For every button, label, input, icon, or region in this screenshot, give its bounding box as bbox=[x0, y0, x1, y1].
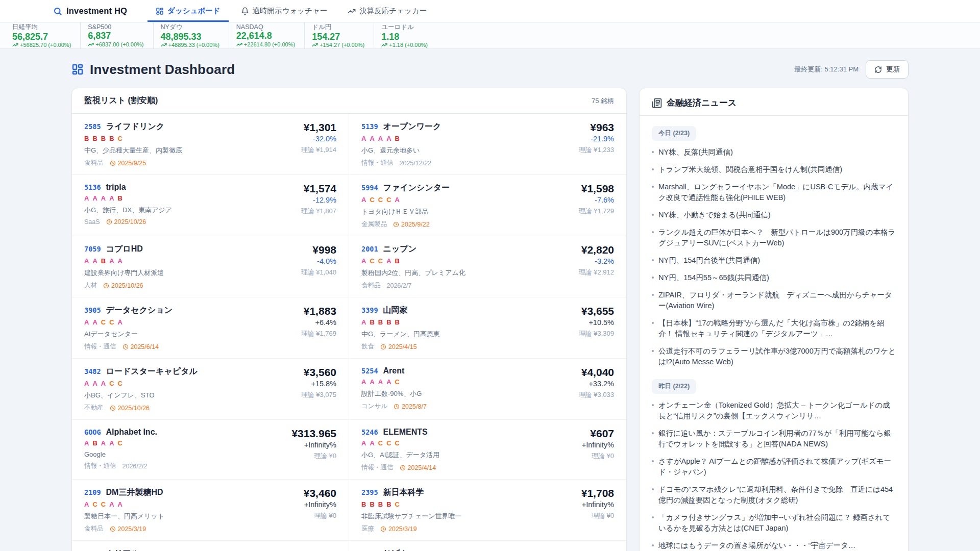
stock-info: 5246ELEMENTSAACCC小G、AI認証、データ活用情報・通信2025/… bbox=[361, 428, 439, 472]
news-item[interactable]: NY円、154円55～65銭(共同通信) bbox=[652, 272, 896, 283]
top-nav: Investment HQ ダッシュボード適時開示ウォッチャー決算反応チェッカー bbox=[0, 0, 980, 22]
stock-date-text: 2026/2/2 bbox=[122, 463, 148, 470]
stock-date: 2026/2/2 bbox=[122, 463, 148, 470]
news-item[interactable]: Marshall、ロングセラーイヤホン「Mode」にUSB-Cモデル。内蔵マイク… bbox=[652, 182, 896, 203]
stock-description: 小BG、インフレ、STO bbox=[84, 391, 198, 400]
ticker-item[interactable]: ユーロドル1.18+1.18 (+0.00%) bbox=[374, 22, 437, 49]
news-item[interactable]: 地球にはもうデータの置き場所がない・・・“宇宙データ… bbox=[652, 540, 896, 551]
news-item[interactable]: ZIPAIR、フロリダ・オーランド就航 ディズニーへ成田からチャーター(Avia… bbox=[652, 290, 896, 311]
ticker-change: +22614.80 (+0.00%) bbox=[236, 41, 295, 47]
news-item[interactable]: 【日本株】“17の戦略分野”から選んだ「大化け高市株」の2銘柄を紹介！ 情報セキ… bbox=[652, 318, 896, 339]
brand[interactable]: Investment HQ bbox=[53, 0, 127, 22]
refresh-icon bbox=[874, 66, 882, 73]
ticker-item[interactable]: NYダウ48,895.33+48895.33 (+0.00%) bbox=[153, 22, 229, 49]
ticker-value: 48,895.33 bbox=[161, 32, 219, 42]
bullet-dot-icon bbox=[652, 350, 654, 352]
ticker-item[interactable]: NASDAQ22,614.8+22614.80 (+0.00%) bbox=[229, 22, 304, 48]
ticker-item[interactable]: ドル円154.27+154.27 (+0.00%) bbox=[304, 22, 374, 49]
stock-entry[interactable]: 2109DM三井製糖HDACCAA製糖日本一、円高メリット食料品2025/3/1… bbox=[72, 480, 349, 541]
stock-description: 製糖日本一、円高メリット bbox=[84, 512, 164, 521]
stock-entry[interactable]: 2395新日本科学BBBBC非臨床試験サプチェーン世界唯一医療2025/3/19… bbox=[349, 480, 626, 541]
nav-tabs: ダッシュボード適時開示ウォッチャー決算反応チェッカー bbox=[148, 0, 435, 22]
stock-values: ¥998-4.0%理論 ¥1,040 bbox=[301, 244, 336, 290]
stock-meta: 情報・通信2025/4/14 bbox=[361, 463, 439, 472]
grade-letter: A bbox=[92, 257, 97, 265]
stock-entry[interactable]: 2585ライフドリンクBBBBC中G、少品種大量生産、内製徹底食料品2025/9… bbox=[72, 114, 349, 175]
news-item[interactable]: さすがApple？ AIブームとの距離感が評価されて株価アップ(ギズモード・ジャ… bbox=[652, 456, 896, 478]
news-item[interactable]: オンチェーン金（Tokenized Gold）急拡大 – トークン化ゴールドの成… bbox=[652, 400, 896, 421]
refresh-button[interactable]: 更新 bbox=[866, 60, 909, 79]
news-item[interactable]: NY株、反落(共同通信) bbox=[652, 147, 896, 158]
grade-letter: A bbox=[84, 194, 89, 202]
stock-entry[interactable]: 3905データセクションAACCAAIデータセンター情報・通信2025/6/14… bbox=[72, 297, 349, 359]
stock-title-row: GOOGAlphabet Inc. bbox=[84, 428, 157, 437]
stock-entry[interactable]: 5246ELEMENTSAACCC小G、AI認証、データ活用情報・通信2025/… bbox=[349, 420, 626, 480]
ticker-change: +48895.33 (+0.00%) bbox=[161, 42, 219, 48]
stock-theory-price: 理論 ¥3,309 bbox=[579, 329, 614, 338]
news-card: 金融経済ニュース 今日 (2/23)NY株、反落(共同通信)トランプ米大統領、関… bbox=[639, 88, 909, 551]
nav-tab-ダッシュボード[interactable]: ダッシュボード bbox=[148, 0, 229, 22]
stock-info: 5139オープンワークAAAAB小G、還元余地多い情報・通信2025/12/22 bbox=[361, 121, 441, 167]
stock-code: GOOG bbox=[84, 428, 101, 436]
stock-price: ¥3,560 bbox=[301, 366, 336, 378]
stock-date-text: 2025/8/7 bbox=[402, 403, 427, 410]
newspaper-icon bbox=[652, 98, 662, 108]
stock-theory-price: 理論 ¥1,914 bbox=[301, 145, 336, 155]
stock-entry[interactable]: 5136triplaAAAAB小G、旅行、DX、東南アジアSaaS2025/10… bbox=[72, 175, 349, 236]
grade-letter: A bbox=[84, 439, 89, 447]
stock-price: ¥313.965 bbox=[291, 428, 336, 439]
grade-letter: C bbox=[370, 196, 374, 204]
stock-entry[interactable]: 2001ニップンACCAB製粉国内2位、円高、プレミアム化食料品2026/2/7… bbox=[349, 236, 626, 297]
stock-entry[interactable]: 5139オープンワークAAAAB小G、還元余地多い情報・通信2025/12/22… bbox=[349, 114, 626, 175]
bell-icon bbox=[241, 7, 249, 15]
stock-percent: +33.2% bbox=[579, 380, 614, 388]
stock-entry[interactable]: GOOGAlphabet Inc.ABAACGoogle情報・通信2026/2/… bbox=[72, 420, 349, 480]
ticker-item[interactable]: 日経平均56,825.7+56825.70 (+0.00%) bbox=[5, 22, 80, 49]
bullet-dot-icon bbox=[652, 544, 654, 546]
stock-entry[interactable]: 3482ロードスターキャピタルAAACC小BG、インフレ、STO不動産2025/… bbox=[72, 359, 349, 420]
news-item[interactable]: トランプ米大統領、関税合意相手国をけん制(共同通信) bbox=[652, 164, 896, 175]
grade-letter: A bbox=[386, 257, 391, 265]
stock-entry[interactable]: 5254ArentAAAAC設計工数-90%、小Gコンサル2025/8/7¥4,… bbox=[349, 359, 626, 420]
stock-theory-price: 理論 ¥0 bbox=[304, 511, 336, 520]
grade-letter: A bbox=[109, 439, 114, 447]
ticker-value: 154.27 bbox=[312, 32, 364, 42]
stock-sector: SaaS bbox=[84, 218, 100, 226]
grade-letter: C bbox=[395, 500, 400, 508]
grade-letter: A bbox=[109, 257, 114, 265]
stock-entry[interactable]: 3399山岡家ABBBB中G、ラーメン、円高恩恵飲食2025/4/15¥3,65… bbox=[349, 297, 626, 359]
stock-entry[interactable]: 3679じげんBBAAB¥427 bbox=[349, 541, 626, 551]
stock-date-text: 2025/12/22 bbox=[400, 160, 432, 167]
stock-info: 2001ニップンACCAB製粉国内2位、円高、プレミアム化食料品2026/2/7 bbox=[361, 244, 465, 290]
bullet-dot-icon bbox=[652, 404, 654, 406]
stock-date: 2025/6/14 bbox=[122, 343, 159, 350]
stock-percent: -4.0% bbox=[301, 257, 336, 265]
news-item[interactable]: NY円、154円台後半(共同通信) bbox=[652, 255, 896, 266]
grade-letter: A bbox=[84, 318, 89, 326]
news-item[interactable]: 銀行に追い風か：ステーブルコイン利用者の77％が「利用可能なら銀行でウォレットを… bbox=[652, 428, 896, 449]
stock-title-row: 5136tripla bbox=[84, 183, 172, 192]
grade-letter: A bbox=[361, 378, 366, 386]
stock-entry[interactable]: 2998クリアルAABBB¥761 bbox=[72, 541, 349, 551]
stock-grades: AAAAB bbox=[84, 194, 172, 202]
nav-tab-決算反応チェッカー[interactable]: 決算反応チェッカー bbox=[339, 0, 435, 22]
stock-values: ¥427 bbox=[590, 548, 614, 551]
stock-title-row: 5246ELEMENTS bbox=[361, 428, 439, 437]
nav-tab-適時開示ウォッチャー[interactable]: 適時開示ウォッチャー bbox=[233, 0, 336, 22]
watchlist-count: 75 銘柄 bbox=[592, 96, 614, 106]
news-item[interactable]: NY株、小動きで始まる(共同通信) bbox=[652, 210, 896, 220]
news-item[interactable]: ランクル超えの巨体が日本へ？ 新型パトロールは900万円級の本格ラグジュアリーS… bbox=[652, 227, 896, 248]
grade-letter: B bbox=[378, 318, 383, 326]
news-item[interactable]: 公道走行不可のラフェラーリ試作車が3億7000万円で高額落札のワケとは!?(Au… bbox=[652, 346, 896, 367]
ticker-item[interactable]: S&P5006,837+6837.00 (+0.00%) bbox=[80, 22, 153, 48]
stock-info: 2998クリアルAABBB bbox=[84, 548, 139, 551]
stock-values: ¥3,655+10.5%理論 ¥3,309 bbox=[579, 305, 614, 351]
stock-entry[interactable]: 7059コプロHDAABAA建設業界向け専門人材派遣人材2025/10/26¥9… bbox=[72, 236, 349, 297]
stock-grades: AACCC bbox=[361, 439, 439, 447]
news-item[interactable]: 「カメラ付きサングラス」が増加中--いずれ社会問題に？ 録画されているかを見破る… bbox=[652, 512, 896, 534]
stock-theory-price: 理論 ¥0 bbox=[291, 452, 336, 461]
news-item[interactable]: ドコモの“スマホ残クレ”に返却利用料、条件付きで免除 直近には454億円の減益要… bbox=[652, 484, 896, 506]
stock-date: 2025/12/22 bbox=[400, 160, 432, 167]
stock-entry[interactable]: 5994ファインシンターACCCAトヨタ向けＨＥＶ部品金属製品2025/9/22… bbox=[349, 175, 626, 236]
grade-letter: B bbox=[395, 135, 400, 142]
